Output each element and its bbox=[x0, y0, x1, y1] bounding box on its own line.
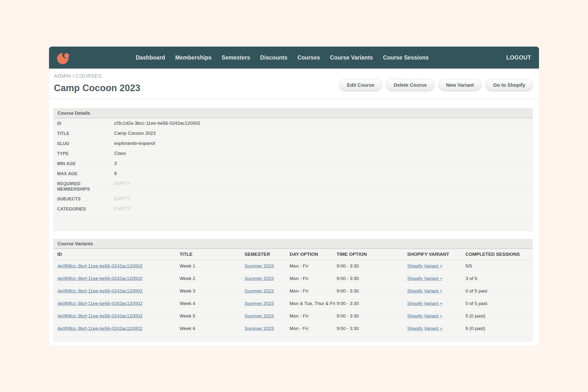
completed-sessions: 5 (0 past) bbox=[466, 313, 532, 319]
nav-item-semesters[interactable]: Semesters bbox=[222, 54, 250, 61]
semester-link[interactable]: Summer 2023 bbox=[244, 301, 274, 306]
detail-value: Class bbox=[114, 151, 126, 156]
variants-panel-footer bbox=[54, 335, 532, 341]
detail-label: TYPE bbox=[57, 151, 114, 156]
completed-sessions: 0 of 5 past bbox=[466, 301, 532, 306]
day-option: Mon & Tue, Thur & Fri bbox=[290, 301, 337, 306]
column-header-day-option: DAY OPTION bbox=[290, 252, 337, 257]
day-option: Mon - Fri bbox=[290, 264, 337, 269]
column-header-title: TITLE bbox=[180, 252, 244, 257]
header-divider bbox=[49, 98, 539, 99]
time-option: 9:00 - 3:30 bbox=[337, 326, 407, 331]
detail-row-slug: SLUG explorando-espanol bbox=[54, 138, 532, 148]
day-option: Mon - Fri bbox=[290, 313, 337, 319]
new-variant-button[interactable]: New Variant bbox=[438, 79, 482, 91]
detail-row-min-age: MIN AGE 3 bbox=[54, 158, 532, 168]
nav-item-dashboard[interactable]: Dashboard bbox=[136, 54, 165, 61]
semester-link[interactable]: Summer 2023 bbox=[244, 326, 274, 331]
delete-course-button[interactable]: Delete Course bbox=[386, 79, 434, 91]
detail-label: MIN AGE bbox=[57, 161, 114, 166]
shopify-variant-link[interactable]: Shopify Variant + bbox=[407, 264, 442, 268]
detail-row-id: ID cf3c1d2a-3bcc-11ee-be56-0242ac120002 bbox=[54, 118, 532, 128]
logout-button[interactable]: LOGOUT bbox=[506, 54, 531, 61]
go-to-shopify-button[interactable]: Go to Shopify bbox=[486, 79, 533, 91]
detail-value-empty: EMPTY bbox=[114, 181, 131, 186]
table-row: 4e0f08cc-3bcf-11ee-be56-0242ac120002 Wee… bbox=[54, 285, 532, 298]
nav-item-course-variants[interactable]: Course Variants bbox=[330, 54, 373, 61]
table-row: 4e0f08cc-3bcf-11ee-be56-0242ac120002 Wee… bbox=[54, 260, 532, 272]
page-header: ADMIN / COURSES Camp Cocoon 2023 Edit Co… bbox=[49, 73, 539, 93]
table-row: 4e0f08cc-3bcf-11ee-be56-0242ac120002 Wee… bbox=[54, 322, 532, 335]
completed-sessions: 5 (0 past) bbox=[466, 326, 532, 331]
detail-value: cf3c1d2a-3bcc-11ee-be56-0242ac120002 bbox=[114, 120, 200, 126]
detail-row-max-age: MAX AGE 8 bbox=[54, 168, 532, 178]
column-header-time-option: TIME OPTION bbox=[337, 252, 407, 257]
brand-logo[interactable] bbox=[57, 50, 70, 65]
course-variants-panel: Course Variants ID TITLE SEMESTER DAY OP… bbox=[54, 239, 533, 342]
page-background: { "colors": { "page_background": "#fdf4e… bbox=[0, 0, 588, 392]
nav-item-courses[interactable]: Courses bbox=[298, 54, 320, 61]
semester-link[interactable]: Summer 2023 bbox=[244, 264, 274, 268]
completed-sessions: 3 of 5 bbox=[466, 276, 532, 281]
variant-id-link[interactable]: 4e0f08cc-3bcf-11ee-be56-0242ac120002 bbox=[57, 301, 142, 306]
time-option: 9:00 - 3:30 bbox=[337, 313, 407, 319]
completed-sessions: 0 of 5 past bbox=[466, 288, 532, 294]
nav-item-course-sessions[interactable]: Course Sessions bbox=[383, 54, 429, 61]
time-option: 9:00 - 3:30 bbox=[337, 264, 407, 269]
breadcrumb[interactable]: ADMIN / COURSES bbox=[54, 73, 533, 79]
course-variants-title: Course Variants bbox=[54, 239, 532, 249]
day-option: Mon - Fri bbox=[290, 326, 337, 331]
detail-label: SUBJECTS bbox=[57, 196, 114, 202]
shopify-variant-link[interactable]: Shopify Variant + bbox=[407, 288, 442, 294]
column-header-id: ID bbox=[57, 252, 180, 257]
day-option: Mon - Fri bbox=[290, 276, 337, 281]
table-row: 4e0f08cc-3bcf-11ee-be56-0242ac120002 Wee… bbox=[54, 310, 532, 322]
variant-id-link[interactable]: 4e0f08cc-3bcf-11ee-be56-0242ac120002 bbox=[57, 264, 142, 268]
completed-sessions: 5/5 bbox=[466, 264, 532, 269]
detail-row-subjects: SUBJECTS EMPTY bbox=[54, 194, 532, 204]
app-shell: Dashboard Memberships Semesters Discount… bbox=[49, 46, 539, 346]
detail-value: explorando-espanol bbox=[114, 141, 155, 146]
variant-title: Week 1 bbox=[180, 264, 244, 269]
variant-id-link[interactable]: 4e0f08cc-3bcf-11ee-be56-0242ac120002 bbox=[57, 276, 142, 281]
detail-value-empty: EMPTY bbox=[114, 206, 131, 212]
semester-link[interactable]: Summer 2023 bbox=[244, 313, 274, 318]
edit-course-button[interactable]: Edit Course bbox=[339, 79, 382, 91]
variant-id-link[interactable]: 4e0f08cc-3bcf-11ee-be56-0242ac120002 bbox=[57, 326, 142, 331]
detail-value: Camp Cocoon 2023 bbox=[114, 130, 156, 136]
detail-label: SLUG bbox=[57, 141, 114, 146]
time-option: 9:00 - 3:30 bbox=[337, 301, 407, 306]
table-row: 4e0f08cc-3bcf-11ee-be56-0242ac120002 Wee… bbox=[54, 298, 532, 310]
variant-title: Week 2 bbox=[180, 276, 244, 281]
course-details-title: Course Details bbox=[54, 108, 532, 118]
nav-item-memberships[interactable]: Memberships bbox=[175, 54, 212, 61]
action-buttons-group: Edit Course Delete Course New Variant Go… bbox=[339, 79, 533, 91]
detail-label: CATEGORIES bbox=[57, 206, 114, 212]
variant-id-link[interactable]: 4e0f08cc-3bcf-11ee-be56-0242ac120002 bbox=[57, 288, 142, 294]
detail-label: MAX AGE bbox=[57, 171, 114, 176]
course-details-panel: Course Details ID cf3c1d2a-3bcc-11ee-be5… bbox=[54, 108, 533, 231]
variant-id-link[interactable]: 4e0f08cc-3bcf-11ee-be56-0242ac120002 bbox=[57, 313, 142, 318]
shopify-variant-link[interactable]: Shopify Variant + bbox=[407, 326, 442, 331]
table-header-row: ID TITLE SEMESTER DAY OPTION TIME OPTION… bbox=[54, 249, 532, 260]
shopify-variant-link[interactable]: Shopify Variant + bbox=[407, 301, 442, 306]
detail-row-required-memberships: REQUIRED MEMBERSHIPS EMPTY bbox=[54, 178, 532, 194]
semester-link[interactable]: Summer 2023 bbox=[244, 288, 274, 294]
column-header-completed-sessions: COMPLETED SESSIONS bbox=[466, 252, 532, 257]
detail-value: 8 bbox=[114, 171, 117, 176]
table-row: 4e0f08cc-3bcf-11ee-be56-0242ac120002 Wee… bbox=[54, 272, 532, 285]
variant-title: Week 4 bbox=[180, 301, 244, 306]
shopify-variant-link[interactable]: Shopify Variant + bbox=[407, 276, 442, 281]
detail-row-categories: CATEGORIES EMPTY bbox=[54, 204, 532, 214]
column-header-semester: SEMESTER bbox=[244, 252, 290, 257]
column-header-shopify-variant: SHOPIFY VARIANT bbox=[407, 252, 466, 257]
time-option: 9:00 - 3:30 bbox=[337, 288, 407, 294]
top-nav-bar: Dashboard Memberships Semesters Discount… bbox=[49, 46, 539, 68]
variant-title: Week 6 bbox=[180, 326, 244, 331]
nav-items-group: Dashboard Memberships Semesters Discount… bbox=[136, 54, 429, 61]
cocoon-logo-icon bbox=[57, 50, 70, 65]
nav-item-discounts[interactable]: Discounts bbox=[260, 54, 288, 61]
details-panel-footer bbox=[54, 214, 532, 231]
shopify-variant-link[interactable]: Shopify Variant + bbox=[407, 313, 442, 318]
semester-link[interactable]: Summer 2023 bbox=[244, 276, 274, 281]
